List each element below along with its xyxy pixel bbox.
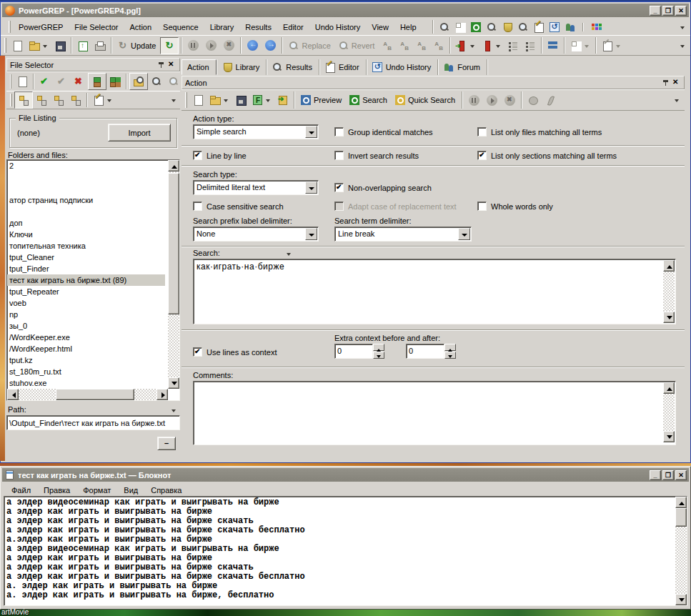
- menu-grip[interactable]: [9, 21, 11, 33]
- fs-scroll-right-button[interactable]: [156, 389, 168, 400]
- back-button[interactable]: [244, 37, 262, 54]
- menu-item[interactable]: Undo History: [309, 21, 367, 34]
- import-button[interactable]: Import: [108, 124, 171, 141]
- chevron-down-icon[interactable]: [305, 182, 317, 194]
- preview-file-button[interactable]: [148, 73, 165, 90]
- file-list-item[interactable]: tput_Finder: [7, 263, 179, 274]
- path-dropdown-chevron[interactable]: [171, 404, 177, 416]
- edit-button[interactable]: [599, 37, 625, 54]
- fs-new-button[interactable]: [14, 73, 31, 90]
- preview-doc-icon[interactable]: [471, 22, 481, 32]
- new-action-button[interactable]: [9, 37, 26, 54]
- use-lines-as-context-checkbox[interactable]: Use lines as context: [193, 347, 277, 357]
- file-list-item[interactable]: [7, 172, 179, 183]
- tab-forum[interactable]: Forum: [438, 59, 487, 75]
- menu-item[interactable]: Library: [204, 21, 240, 34]
- file-list-item[interactable]: тест как играть на бирже.txt (89): [7, 274, 165, 286]
- checkbox-box[interactable]: [477, 202, 487, 211]
- tree-view-button-4[interactable]: [67, 91, 84, 109]
- tab-action[interactable]: Action: [182, 59, 217, 75]
- favorites-chevron[interactable]: [265, 94, 272, 106]
- close-button[interactable]: ✕: [675, 470, 687, 480]
- path-input[interactable]: [6, 415, 180, 430]
- toolbar2-overflow-chevron[interactable]: [680, 40, 686, 51]
- collect-button[interactable]: [74, 37, 91, 54]
- fs-edit-chevron[interactable]: [106, 94, 113, 106]
- find-hand-icon[interactable]: [439, 21, 450, 33]
- collapse-panel-button[interactable]: –: [157, 437, 176, 450]
- close-panel-icon[interactable]: [671, 78, 681, 88]
- menu-item[interactable]: Формат: [76, 485, 117, 496]
- extra-context-after-value[interactable]: 0: [406, 344, 444, 359]
- minimize-button[interactable]: _: [650, 6, 661, 16]
- menu-item[interactable]: Help: [394, 21, 422, 34]
- forum-people-icon[interactable]: [565, 21, 576, 33]
- checkbox-box[interactable]: [193, 151, 202, 160]
- file-list-item[interactable]: 2: [7, 160, 179, 172]
- edit-doc-icon[interactable]: [533, 21, 545, 33]
- toolbar-grip[interactable]: [4, 38, 6, 53]
- copy-docs-icon[interactable]: [486, 21, 497, 33]
- comments-scroll-down-button[interactable]: [663, 431, 675, 442]
- np-scroll-up-button[interactable]: [675, 497, 687, 508]
- search-term-delimiter-combobox[interactable]: Line break: [334, 227, 472, 242]
- tab-editor[interactable]: Editor: [319, 59, 367, 75]
- line-by-line-checkbox[interactable]: Line by line: [193, 151, 247, 160]
- line-display-button[interactable]: [545, 37, 562, 54]
- export-button[interactable]: [274, 91, 292, 109]
- toolbar-overflow-chevron[interactable]: [680, 21, 686, 33]
- close-panel-icon[interactable]: [166, 60, 177, 70]
- folders-and-files-list[interactable]: 2атор страниц подпискидопКлючитопительна…: [6, 159, 180, 401]
- preview-button[interactable]: Preview: [297, 91, 346, 109]
- list-only-files-checkbox[interactable]: List only files matching all terms: [477, 127, 602, 136]
- pin-icon[interactable]: [661, 78, 671, 88]
- fs-toolbar-overflow-chevron[interactable]: [171, 94, 177, 106]
- menu-item[interactable]: PowerGREP: [13, 21, 69, 34]
- bookmark-button[interactable]: [479, 37, 504, 54]
- fs-hscroll-track[interactable]: [19, 389, 156, 400]
- bookmark-next-chevron[interactable]: [469, 40, 476, 51]
- search-type-combobox[interactable]: Delimited literal text: [193, 180, 319, 195]
- tab-library[interactable]: Library: [217, 59, 267, 75]
- fs-hscroll-thumb[interactable]: [56, 389, 134, 400]
- search-scroll-down-button[interactable]: [663, 312, 675, 323]
- open-dropdown-chevron[interactable]: [42, 40, 49, 51]
- file-list-item[interactable]: np: [7, 309, 179, 320]
- tile-panels-icon[interactable]: [454, 21, 466, 33]
- group-identical-checkbox[interactable]: Group identical matches: [334, 127, 433, 136]
- list-only-sections-checkbox[interactable]: List only sections matching all terms: [477, 151, 617, 160]
- extra-context-after-spinner[interactable]: 0: [406, 344, 456, 359]
- file-list-item[interactable]: tput_Repeater: [7, 286, 179, 297]
- action-toolbar-overflow-chevron[interactable]: [674, 94, 680, 106]
- fs-scroll-up-button[interactable]: [168, 160, 179, 172]
- tree-view-button-1[interactable]: [14, 91, 33, 109]
- menu-item[interactable]: File Selector: [69, 21, 124, 34]
- tile-button[interactable]: [567, 37, 593, 54]
- update-button[interactable]: Update: [114, 37, 160, 54]
- checkbox-box[interactable]: [193, 202, 202, 211]
- menu-item[interactable]: View: [366, 21, 394, 34]
- favorites-button[interactable]: [249, 91, 274, 109]
- file-list-item[interactable]: tput.kz: [7, 354, 179, 366]
- fs-edit-button[interactable]: [90, 91, 116, 109]
- invert-search-results-checkbox[interactable]: Invert search results: [334, 151, 419, 160]
- file-list-item[interactable]: зы_0: [7, 320, 179, 332]
- notepad-text-area[interactable]: а элдер видеосеминар как играть и выигры…: [4, 496, 687, 606]
- search-vscroll-track[interactable]: [663, 272, 675, 312]
- bookmark-chevron[interactable]: [495, 40, 502, 51]
- tile-chevron[interactable]: [584, 40, 590, 51]
- extra-context-before-spinner[interactable]: 0: [334, 344, 384, 359]
- tree-view-button-2[interactable]: [33, 91, 50, 109]
- layout-grid-icon[interactable]: [590, 21, 602, 33]
- tab-results[interactable]: Results: [267, 59, 319, 75]
- action-type-combobox[interactable]: Simple search: [193, 124, 319, 139]
- menu-item[interactable]: Справка: [144, 485, 188, 496]
- results-list2-button[interactable]: [522, 37, 539, 54]
- close-button[interactable]: ✕: [675, 6, 687, 16]
- file-list-item[interactable]: атор страниц подписки: [7, 194, 179, 206]
- search-textarea[interactable]: как·играть·на·бирже: [193, 259, 676, 324]
- menu-item[interactable]: Правка: [37, 485, 76, 496]
- toolbar-grip[interactable]: [185, 92, 187, 108]
- checkbox-box[interactable]: [334, 127, 344, 136]
- action-open-button[interactable]: [207, 91, 232, 109]
